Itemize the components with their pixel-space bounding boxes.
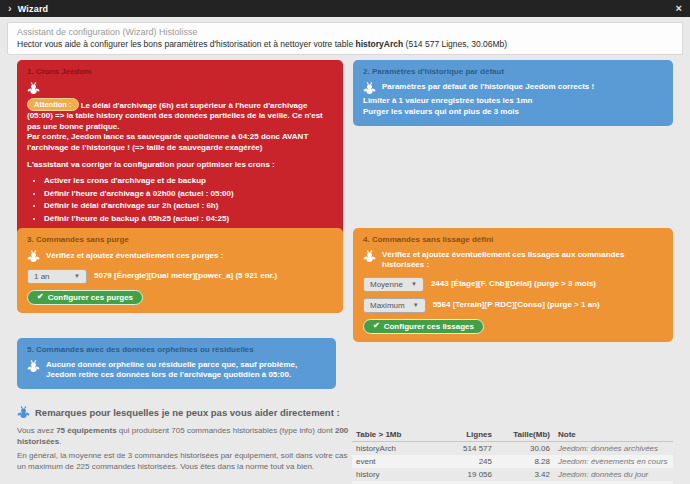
list-item: Définir le délai d'archivage sur 2h (act… [44, 201, 333, 212]
defaults-line1: Paramètres par défaut de l'historique Je… [363, 82, 663, 95]
panel-history-defaults: 2. Paramètres d'historique par défaut Pa… [353, 60, 673, 126]
column-header: Lignes [440, 428, 496, 442]
database-size-table: Table > 1Mb Lignes Taille(Mb) Note histo… [352, 428, 673, 484]
bee-icon [17, 406, 30, 419]
list-item: Définir l'heure de backup à 05h25 (actue… [44, 214, 333, 225]
window-title: Wizard [18, 4, 49, 14]
titlebar: › Wizard × [0, 0, 690, 17]
lissage-command-label: 2443 [Étage][F. Chb][Délai] (purge > 3 m… [431, 279, 596, 289]
purge-intro: Vérifiez et ajoutez éventuellement ces p… [27, 250, 333, 263]
panel-crons-title: 1. Crons Jeedom [27, 67, 333, 78]
column-header: Taille(Mb) [496, 428, 554, 442]
lissage-command-row: Moyenne▼ 2443 [Étage][F. Chb][Délai] (pu… [363, 277, 663, 292]
column-header: Note [554, 428, 673, 442]
remarks-heading: Remarques pour lesquelles je ne peux pas… [17, 406, 349, 419]
purge-command-label: 5079 [Énergie][Dual meter][power_a] (5 9… [94, 271, 277, 281]
table-row: historyArch 514 577 30.06 Jeedom: donnée… [352, 442, 673, 456]
table-name-bold: historyArch [356, 39, 404, 49]
bee-icon [27, 250, 40, 263]
attention-badge: Attention : [27, 98, 79, 111]
panel-lissage-title: 4. Commandes sans lissage défini [363, 235, 663, 246]
orphans-text: Aucune donnée orpheline ou résiduelle pa… [27, 360, 326, 381]
defaults-line3: Purger les valeurs qui ont plus de 3 moi… [363, 107, 663, 118]
close-icon[interactable]: × [676, 3, 682, 14]
configure-smoothings-button[interactable]: ✔Configurer ces lissages [363, 319, 484, 334]
crons-assistant-line: L'assistant va corriger la configuration… [27, 160, 333, 171]
panel-defaults-title: 2. Paramètres d'historique par défaut [363, 67, 663, 78]
lissage-command-label: 5564 [Terrain][P RDC][Conso] (purge > 1 … [433, 300, 600, 310]
panel-orphans-title: 5. Commandes avec des données orphelines… [27, 345, 326, 356]
remarks-paragraph-1: Vous avez 75 équipements qui produisent … [17, 425, 349, 447]
panel-commands-without-purge: 3. Commandes sans purge Vérifiez et ajou… [17, 228, 343, 313]
purge-command-row: 1 an▼ 5079 [Énergie][Dual meter][power_a… [27, 269, 333, 284]
chevron-down-icon: ▼ [74, 273, 80, 279]
intro-card: Assistant de configuration (Wizard) Hist… [7, 22, 683, 55]
check-icon: ✔ [37, 293, 44, 301]
panel-crons-jeedom: 1. Crons Jeedom Attention : Le délai d'a… [17, 60, 343, 256]
panel-orphan-data: 5. Commandes avec des données orphelines… [17, 338, 336, 389]
column-header: Table > 1Mb [352, 428, 440, 442]
panel-commands-without-smoothing: 4. Commandes sans lissage défini Vérifie… [353, 228, 673, 342]
remarks-section: Remarques pour lesquelles je ne peux pas… [17, 406, 349, 475]
intro-title: Assistant de configuration (Wizard) Hist… [17, 27, 673, 37]
crons-actions-list: Activer les crons d'archivage et de back… [27, 176, 333, 225]
lissage-intro: Vérifiez et ajoutez éventuellement ces l… [363, 250, 663, 271]
intro-line: Hector vous aide à configurer les bons p… [17, 39, 673, 49]
chevron-right-icon: › [8, 3, 12, 14]
crons-warning: Attention : Le délai d'archivage (6h) es… [27, 98, 333, 154]
chevron-down-icon: ▼ [413, 302, 419, 308]
lissage-method-select[interactable]: Maximum▼ [363, 298, 426, 313]
table-row: history 19 056 3.42 Jeedom: données du j… [352, 468, 673, 481]
table-header-row: Table > 1Mb Lignes Taille(Mb) Note [352, 428, 673, 442]
lissage-method-select[interactable]: Moyenne▼ [363, 277, 424, 292]
purge-duration-select[interactable]: 1 an▼ [27, 269, 87, 284]
check-icon: ✔ [373, 322, 380, 330]
wizard-window: › Wizard × Assistant de configuration (W… [0, 0, 690, 484]
bee-icon [27, 360, 40, 373]
list-item: Activer les crons d'archivage et de back… [44, 176, 333, 187]
configure-purges-button[interactable]: ✔Configurer ces purges [27, 290, 143, 305]
panel-purge-title: 3. Commandes sans purge [27, 235, 333, 246]
bee-icon [363, 82, 376, 95]
table-row: event 245 8.28 Jeedom: évènements en cou… [352, 455, 673, 468]
defaults-line2: Limiter à 1 valeur enregistrée toutes le… [363, 96, 663, 107]
remarks-paragraph-2: En général, la moyenne est de 3 commande… [17, 450, 349, 472]
bee-icon [27, 82, 40, 95]
lissage-command-row: Maximum▼ 5564 [Terrain][P RDC][Conso] (p… [363, 298, 663, 313]
list-item: Définir l'heure d'archivage à 02h00 (act… [44, 189, 333, 200]
bee-icon [363, 250, 376, 263]
chevron-down-icon: ▼ [411, 281, 417, 287]
